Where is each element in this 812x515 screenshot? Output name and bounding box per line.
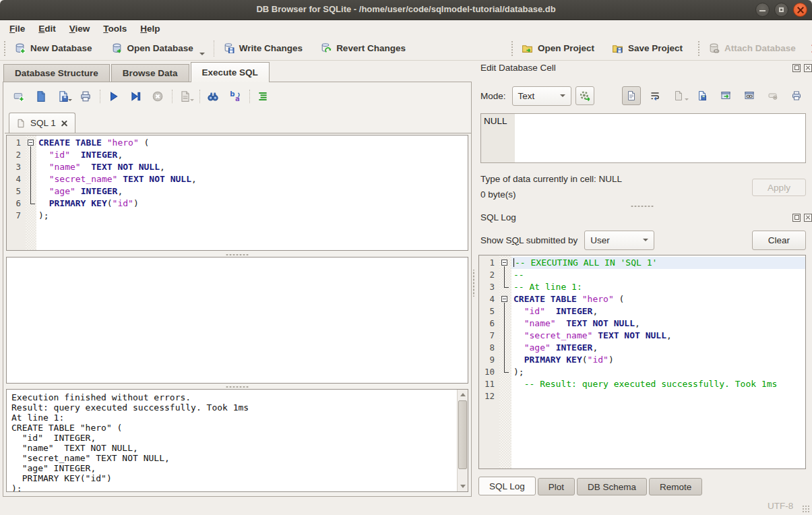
toolbar-drag-handle[interactable]	[697, 40, 701, 57]
db-browser-window: DB Browser for SQLite - /home/user/code/…	[0, 0, 812, 515]
line-number: 11	[479, 378, 499, 390]
close-window-button[interactable]	[793, 3, 807, 17]
find-replace-button[interactable]: b a	[226, 88, 244, 105]
auto-switch-mode-button[interactable]	[575, 86, 594, 105]
close-panel-icon[interactable]	[804, 64, 812, 72]
save-project-button[interactable]: Save Project	[608, 39, 687, 58]
word-wrap-button[interactable]	[646, 86, 664, 105]
code-line: 6 PRIMARY KEY("id")	[7, 198, 468, 210]
combo-caret-icon	[643, 239, 648, 241]
close-icon	[794, 3, 807, 16]
scroll-down-arrow-icon[interactable]	[458, 481, 468, 491]
mode-select[interactable]: Text	[512, 86, 571, 106]
code-text: );	[511, 366, 805, 378]
line-number: 9	[479, 354, 499, 366]
fold-marker-icon[interactable]	[499, 257, 511, 269]
minimize-icon	[756, 3, 769, 16]
resize-grip[interactable]	[802, 505, 811, 514]
float-panel-icon[interactable]	[792, 64, 801, 72]
toolbar-drag-handle[interactable]	[511, 40, 514, 57]
tab-plot[interactable]: Plot	[538, 478, 575, 495]
fold-margin-cell	[499, 269, 511, 281]
tab-remote[interactable]: Remote	[649, 478, 702, 495]
line-number: 2	[7, 149, 26, 161]
sql-editor[interactable]: 1CREATE TABLE "hero" (2 "id" INTEGER,3 "…	[6, 135, 468, 251]
clear-log-button[interactable]: Clear	[752, 231, 806, 250]
code-line: 7);	[7, 210, 468, 222]
code-text: "age" INTEGER,	[511, 342, 805, 354]
results-pane[interactable]	[6, 257, 468, 384]
tab-browse-data[interactable]: Browse Data	[111, 64, 189, 82]
execute-all-button[interactable]	[104, 88, 122, 105]
dock-splitter[interactable]	[631, 204, 654, 208]
import-icon	[673, 90, 684, 101]
copy-link-button[interactable]	[740, 86, 759, 105]
open-database-button[interactable]: Open Database	[107, 39, 209, 58]
sql-log-filter-select[interactable]: User	[584, 231, 654, 250]
sql-log-editor[interactable]: 1-- EXECUTING ALL IN 'SQL 1'2--3-- At li…	[478, 255, 806, 469]
toolbar-drag-handle[interactable]	[3, 40, 7, 57]
close-database-button[interactable]: Close Database	[807, 39, 812, 58]
export-cell-data-button[interactable]	[693, 86, 712, 105]
execution-log[interactable]: Execution finished without errors. Resul…	[6, 389, 468, 492]
line-number: 8	[479, 342, 499, 354]
open-sql-file-button[interactable]	[32, 88, 50, 105]
new-sql-tab-icon	[13, 90, 25, 102]
open-project-button[interactable]: Open Project	[518, 39, 598, 58]
stop-icon	[152, 90, 164, 102]
line-number: 5	[7, 185, 26, 198]
format-sql-button[interactable]	[254, 88, 272, 105]
execute-current-line-button[interactable]	[127, 88, 144, 105]
fold-margin-cell	[26, 173, 36, 185]
print-sql-button[interactable]	[77, 88, 94, 105]
menu-file[interactable]: File	[3, 22, 32, 36]
scroll-up-arrow-icon[interactable]	[458, 390, 468, 400]
minimize-button[interactable]	[755, 3, 770, 17]
fold-marker-icon[interactable]	[26, 137, 36, 149]
execution-log-scrollbar[interactable]	[457, 390, 468, 491]
save-as-icon	[697, 90, 708, 101]
menu-edit[interactable]: Edit	[32, 22, 63, 36]
close-sql-tab-icon[interactable]	[61, 119, 68, 127]
fold-margin-cell	[26, 149, 36, 161]
open-sql-tab-button[interactable]	[10, 88, 28, 105]
save-sql-file-button[interactable]	[55, 88, 72, 105]
menu-tools[interactable]: Tools	[96, 22, 133, 36]
cell-value-editor[interactable]: NULL	[480, 113, 806, 163]
line-number: 7	[7, 210, 26, 222]
scrollbar-thumb[interactable]	[458, 400, 467, 469]
text-document-icon	[626, 90, 637, 101]
text-cursor	[513, 258, 514, 267]
code-text: PRIMARY KEY("id")	[36, 198, 468, 210]
line-number: 1	[7, 137, 26, 149]
results-log-splitter[interactable]	[226, 385, 249, 388]
revert-changes-button[interactable]: Revert Changes	[316, 39, 410, 58]
toolbar-separator	[214, 40, 214, 57]
code-line: 1-- EXECUTING ALL IN 'SQL 1'	[479, 257, 805, 269]
tab-sql-log[interactable]: SQL Log	[478, 477, 536, 495]
write-changes-button[interactable]: Write Changes	[219, 39, 307, 58]
svg-text:b: b	[230, 90, 235, 98]
float-panel-icon[interactable]	[792, 214, 801, 222]
fold-marker-icon[interactable]	[499, 293, 511, 305]
close-panel-icon[interactable]	[804, 214, 812, 222]
text-mode-button[interactable]	[622, 86, 641, 105]
print-cell-button[interactable]	[787, 86, 806, 105]
execute-all-icon	[107, 90, 119, 102]
editor-results-splitter[interactable]	[226, 253, 249, 256]
tab-db-schema[interactable]: DB Schema	[577, 478, 647, 495]
menu-view[interactable]: View	[63, 22, 97, 36]
line-number: 3	[479, 281, 499, 293]
maximize-button[interactable]	[774, 3, 788, 17]
code-text: PRIMARY KEY("id")	[511, 354, 805, 366]
find-button[interactable]	[204, 88, 222, 105]
tab-database-structure[interactable]: Database Structure	[3, 64, 110, 82]
print-icon	[80, 90, 92, 102]
sql-editor-tab[interactable]: SQL 1	[9, 113, 75, 133]
menu-help[interactable]: Help	[133, 22, 166, 36]
open-in-external-button[interactable]	[716, 86, 735, 105]
new-database-button[interactable]: New Database	[10, 39, 96, 58]
tab-execute-sql[interactable]: Execute SQL	[191, 62, 270, 82]
panel-splitter[interactable]	[472, 270, 475, 297]
set-null-icon	[768, 90, 778, 101]
